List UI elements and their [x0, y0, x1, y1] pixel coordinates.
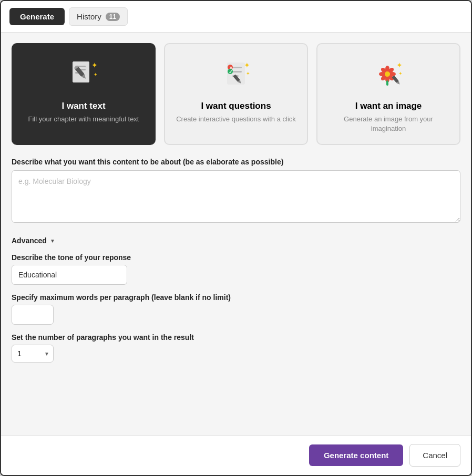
svg-text:✦: ✦ — [246, 71, 250, 76]
card-image[interactable]: ✦ ✦ I want an image Generate an image fr… — [316, 43, 460, 145]
tab-history-label: History — [77, 12, 101, 21]
tone-field-group: Describe the tone of your reponse — [12, 253, 460, 285]
describe-label: Describe what you want this content to b… — [12, 158, 460, 166]
words-input[interactable] — [12, 305, 54, 325]
history-badge: 11 — [106, 13, 120, 21]
svg-rect-12 — [232, 71, 242, 73]
card-image-title: I want an image — [355, 101, 422, 111]
advanced-section: Advanced ▼ Describe the tone of your rep… — [12, 231, 460, 363]
tab-history[interactable]: History 11 — [69, 7, 128, 26]
words-field-group: Specify maximum words per paragraph (lea… — [12, 293, 460, 325]
card-image-icon: ✦ ✦ — [370, 57, 407, 95]
words-label: Specify maximum words per paragraph (lea… — [12, 293, 460, 302]
paragraphs-label: Set the number of paragraphs you want in… — [12, 333, 460, 342]
svg-text:✦: ✦ — [396, 61, 403, 69]
card-text-icon: ✦ ✦ — [65, 57, 102, 95]
cards-row: ✦ ✦ I want text Fill your chapter with m… — [12, 43, 460, 145]
describe-textarea[interactable] — [12, 170, 460, 223]
svg-text:✦: ✦ — [244, 61, 250, 69]
paragraphs-field-group: Set the number of paragraphs you want in… — [12, 333, 460, 363]
footer: Generate content Cancel — [1, 435, 471, 475]
paragraphs-select[interactable]: 1 2 3 4 5 6 7 8 9 10 — [12, 345, 54, 363]
advanced-arrow-icon: ▼ — [50, 238, 55, 244]
svg-text:✦: ✦ — [91, 61, 98, 69]
card-text-title: I want text — [61, 101, 105, 111]
advanced-toggle[interactable]: Advanced ▼ — [12, 231, 55, 247]
tone-input[interactable] — [12, 265, 127, 285]
advanced-body: Describe the tone of your reponse Specif… — [12, 247, 460, 363]
paragraphs-select-wrap: 1 2 3 4 5 6 7 8 9 10 ▼ — [12, 345, 54, 363]
main-content: ✦ ✦ I want text Fill your chapter with m… — [1, 33, 471, 435]
card-image-desc: Generate an image from your imagination — [326, 115, 451, 133]
svg-rect-11 — [232, 67, 242, 68]
svg-text:✦: ✦ — [94, 72, 98, 77]
svg-text:✦: ✦ — [398, 71, 403, 76]
svg-rect-32 — [386, 80, 388, 86]
card-questions-title: I want questions — [201, 101, 271, 111]
card-questions-icon: ✕ ✓ ✦ ✦ — [217, 57, 255, 95]
tabs-bar: Generate History 11 — [1, 1, 471, 33]
svg-text:✓: ✓ — [229, 69, 233, 75]
card-text-desc: Fill your chapter with meaningful text — [28, 115, 139, 124]
modal-container: Generate History 11 — [0, 0, 472, 476]
cancel-button[interactable]: Cancel — [409, 444, 460, 467]
tab-generate[interactable]: Generate — [9, 8, 65, 25]
generate-content-button[interactable]: Generate content — [309, 444, 403, 466]
svg-point-31 — [385, 71, 390, 77]
advanced-label: Advanced — [12, 236, 47, 245]
card-questions[interactable]: ✕ ✓ ✦ ✦ I want questions — [164, 43, 308, 145]
tone-label: Describe the tone of your reponse — [12, 253, 460, 262]
card-text[interactable]: ✦ ✦ I want text Fill your chapter with m… — [12, 43, 156, 145]
card-questions-desc: Create interactive questions with a clic… — [176, 115, 296, 124]
